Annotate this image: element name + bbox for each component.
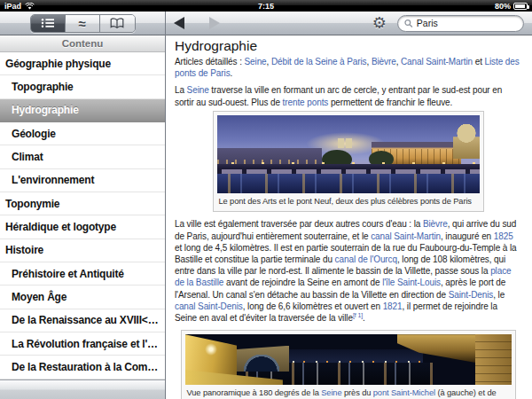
article-link[interactable]: [f 1]	[353, 312, 363, 318]
status-bar: iPad 7:15 80%	[0, 0, 532, 12]
segment-bookmarks[interactable]	[100, 15, 135, 32]
sidebar-item-h-raldique-et-logotype[interactable]: Héraldique et logotype	[0, 215, 165, 239]
back-button[interactable]	[174, 17, 186, 29]
ipad-screen: iPad 7:15 80%	[0, 0, 532, 399]
article-link[interactable]: Seine	[187, 85, 209, 95]
pont-saint-michel-arch	[234, 346, 290, 372]
paragraph-2: La ville est également traversée par deu…	[175, 218, 521, 324]
article-link[interactable]: Seine	[321, 388, 341, 397]
sidebar-item-label: Hydrographie	[0, 104, 79, 116]
article-link[interactable]: canal Saint-Martin	[371, 231, 441, 241]
hatnote: Articles détaillés : Seine, Débit de la …	[175, 56, 521, 79]
sidebar-footer-bar	[0, 379, 165, 399]
sidebar-item-toponymie[interactable]: Toponymie	[0, 192, 165, 215]
sidebar-item-label: De la Restauration à la Com…	[0, 361, 158, 373]
forward-button[interactable]	[209, 17, 222, 29]
article-link[interactable]: Seine	[245, 57, 267, 66]
search-field[interactable]	[397, 15, 524, 32]
sidebar-item-topographie[interactable]: Topographie	[0, 75, 165, 98]
article-link[interactable]: Débit de la Seine à Paris	[271, 57, 367, 66]
forward-arrow-icon	[209, 17, 220, 29]
sidebar-item-label: Histoire	[0, 244, 43, 256]
notre-dame-silhouette	[338, 138, 344, 148]
sidebar-item-climat[interactable]: Climat	[0, 145, 165, 168]
sidebar-item-label: Moyen Âge	[0, 291, 66, 303]
settings-button[interactable]: ⚙	[372, 15, 387, 31]
back-arrow-icon	[174, 17, 184, 29]
sidebar-item-histoire[interactable]: Histoire	[0, 239, 165, 262]
figure-2-caption: Vue panoramique à 180 degrés de la Seine…	[185, 385, 512, 399]
sidebar-item-l-environnement[interactable]: L'environnement	[0, 169, 165, 192]
sidebar-item-label: La Révolution française et l'…	[0, 338, 158, 350]
battery-percent: 80%	[495, 2, 511, 11]
search-icon	[404, 19, 413, 28]
paragraph-1: La Seine traverse la ville en formant un…	[175, 84, 521, 107]
waves-icon: ≈	[78, 17, 85, 30]
article-link[interactable]: Canal Saint-Martin	[401, 57, 473, 66]
book-icon	[110, 18, 124, 29]
carrier-label: iPad	[4, 2, 21, 11]
segment-related[interactable]: ≈	[66, 15, 100, 32]
photo-pont-des-arts	[217, 115, 480, 193]
figure-pont-des-arts[interactable]: Le pont des Arts et le pont Neuf, deux d…	[213, 111, 484, 213]
sidebar-item-label: De la Renaissance au XVIII<…	[0, 314, 158, 326]
view-segmented-control: ≈	[30, 14, 136, 33]
article-link[interactable]: 1825	[494, 231, 513, 241]
sidebar-item-label: Préhistoire et Antiquité	[0, 268, 124, 280]
sidebar-item-label: Toponymie	[0, 198, 59, 210]
toolbar: ≈ ⚙	[0, 12, 532, 35]
sidebar-item-moyen-ge[interactable]: Moyen Âge	[0, 286, 165, 309]
pane-divider	[165, 12, 166, 399]
sidebar-item-label: L'environnement	[0, 174, 94, 186]
article-link[interactable]: canal Saint-Denis	[175, 301, 243, 311]
sidebar-item-hydrographie[interactable]: Hydrographie	[0, 99, 165, 122]
sidebar-item-pr-histoire-et-antiquit[interactable]: Préhistoire et Antiquité	[0, 262, 165, 286]
article-link[interactable]: Bièvre	[372, 57, 396, 66]
section-title: Hydrographie	[175, 38, 521, 54]
sidebar-item-de-la-restauration-la-com[interactable]: De la Restauration à la Com…	[0, 356, 165, 379]
article-link[interactable]: trente ponts	[283, 98, 329, 107]
sidebar-item-label: Héraldique et logotype	[0, 221, 116, 233]
contents-sidebar: Contenu Géographie physique Topographie …	[0, 35, 165, 399]
article-link[interactable]: Saint-Denis	[449, 290, 494, 300]
article-link[interactable]: canal de l'Ourcq	[335, 254, 397, 264]
sidebar-item-label: Géographie physique	[0, 58, 111, 70]
sidebar-item-label: Topographie	[0, 81, 74, 93]
search-input[interactable]	[417, 18, 517, 28]
figure-panorama[interactable]: Vue panoramique à 180 degrés de la Seine…	[181, 330, 516, 399]
wifi-icon	[25, 3, 35, 10]
sidebar-item-g-ologie[interactable]: Géologie	[0, 122, 165, 145]
figure-1-caption: Le pont des Arts et le pont Neuf, deux d…	[217, 193, 480, 208]
sidebar-item-la-r-volution-fran-aise-et-l[interactable]: La Révolution française et l'…	[0, 332, 165, 356]
list-icon	[41, 18, 55, 28]
gear-icon: ⚙	[372, 14, 387, 32]
article-link[interactable]: pont Saint-Michel	[373, 388, 435, 397]
photo-seine-panorama	[185, 334, 512, 385]
sidebar-item-de-la-renaissance-au-xviii[interactable]: De la Renaissance au XVIII<…	[0, 309, 165, 332]
sidebar-item-g-ographie-physique[interactable]: Géographie physique	[0, 52, 165, 75]
sidebar-item-label: Climat	[0, 151, 43, 163]
article-link[interactable]: 1821	[383, 301, 403, 311]
sidebar-item-label: Géologie	[0, 128, 56, 140]
article-link[interactable]: l'île Saint-Louis	[382, 278, 441, 287]
article-link[interactable]: Bièvre	[423, 219, 448, 229]
battery-icon	[513, 3, 528, 10]
segment-contents[interactable]	[31, 15, 66, 32]
sidebar-list: Géographie physique Topographie Hydrogra…	[0, 52, 165, 379]
clock: 7:15	[111, 2, 421, 11]
article-pane: Hydrographie Articles détaillés : Seine,…	[166, 35, 532, 399]
sidebar-title: Contenu	[0, 35, 165, 52]
